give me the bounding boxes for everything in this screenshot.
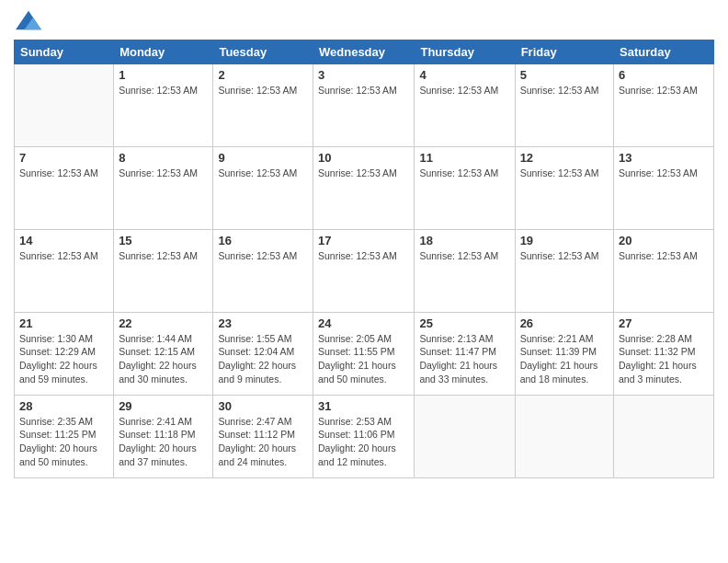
day-number: 4 bbox=[419, 68, 509, 82]
logo-icon bbox=[16, 9, 41, 31]
day-info: Sunrise: 2:05 AM Sunset: 11:55 PM Daylig… bbox=[318, 332, 409, 386]
day-info: Sunrise: 1:30 AM Sunset: 12:29 AM Daylig… bbox=[19, 332, 108, 386]
day-info: Sunrise: 12:53 AM bbox=[619, 167, 709, 180]
calendar-cell: 12Sunrise: 12:53 AM bbox=[515, 146, 613, 229]
day-info: Sunrise: 12:53 AM bbox=[318, 84, 409, 98]
day-info: Sunrise: 12:53 AM bbox=[419, 84, 509, 98]
day-number: 30 bbox=[218, 399, 308, 413]
day-number: 13 bbox=[619, 151, 709, 165]
calendar-cell: 29Sunrise: 2:41 AM Sunset: 11:18 PM Dayl… bbox=[114, 395, 213, 477]
day-info: Sunrise: 2:28 AM Sunset: 11:32 PM Daylig… bbox=[619, 332, 709, 386]
day-info: Sunrise: 12:53 AM bbox=[520, 249, 609, 263]
day-info: Sunrise: 12:53 AM bbox=[119, 249, 208, 263]
calendar-cell: 30Sunrise: 2:47 AM Sunset: 11:12 PM Dayl… bbox=[213, 395, 313, 477]
calendar-cell: 7Sunrise: 12:53 AM bbox=[15, 146, 114, 229]
calendar-cell: 31Sunrise: 2:53 AM Sunset: 11:06 PM Dayl… bbox=[313, 395, 415, 477]
day-info: Sunrise: 12:53 AM bbox=[119, 84, 208, 98]
calendar-cell bbox=[415, 395, 515, 477]
day-number: 10 bbox=[318, 151, 409, 165]
column-header-sunday: Sunday bbox=[15, 40, 114, 63]
day-number: 25 bbox=[419, 316, 509, 330]
day-info: Sunrise: 12:53 AM bbox=[318, 167, 409, 180]
day-number: 11 bbox=[419, 151, 509, 165]
day-number: 28 bbox=[19, 399, 108, 413]
day-info: Sunrise: 12:53 AM bbox=[119, 167, 208, 180]
calendar-cell: 8Sunrise: 12:53 AM bbox=[114, 146, 213, 229]
column-header-saturday: Saturday bbox=[614, 40, 714, 63]
calendar-cell: 14Sunrise: 12:53 AM bbox=[15, 229, 114, 312]
day-number: 16 bbox=[218, 234, 308, 247]
column-header-monday: Monday bbox=[114, 40, 213, 63]
day-number: 20 bbox=[619, 234, 709, 247]
calendar-cell: 26Sunrise: 2:21 AM Sunset: 11:39 PM Dayl… bbox=[515, 312, 613, 395]
calendar-cell bbox=[614, 395, 714, 477]
calendar-cell: 11Sunrise: 12:53 AM bbox=[415, 146, 515, 229]
calendar-cell: 1Sunrise: 12:53 AM bbox=[114, 63, 213, 146]
calendar-cell: 16Sunrise: 12:53 AM bbox=[213, 229, 313, 312]
day-info: Sunrise: 12:53 AM bbox=[218, 84, 308, 98]
calendar-cell: 13Sunrise: 12:53 AM bbox=[614, 146, 714, 229]
day-number: 9 bbox=[218, 151, 308, 165]
calendar-cell: 2Sunrise: 12:53 AM bbox=[213, 63, 313, 146]
day-info: Sunrise: 12:53 AM bbox=[419, 167, 509, 180]
calendar-cell: 19Sunrise: 12:53 AM bbox=[515, 229, 613, 312]
day-info: Sunrise: 2:41 AM Sunset: 11:18 PM Daylig… bbox=[119, 415, 208, 469]
calendar-cell: 6Sunrise: 12:53 AM bbox=[614, 63, 714, 146]
calendar-cell: 24Sunrise: 2:05 AM Sunset: 11:55 PM Dayl… bbox=[313, 312, 415, 395]
calendar-cell: 17Sunrise: 12:53 AM bbox=[313, 229, 415, 312]
calendar-cell: 15Sunrise: 12:53 AM bbox=[114, 229, 213, 312]
day-info: Sunrise: 2:47 AM Sunset: 11:12 PM Daylig… bbox=[218, 415, 308, 469]
calendar-cell: 25Sunrise: 2:13 AM Sunset: 11:47 PM Dayl… bbox=[415, 312, 515, 395]
day-info: Sunrise: 1:55 AM Sunset: 12:04 AM Daylig… bbox=[218, 332, 308, 386]
calendar-cell: 3Sunrise: 12:53 AM bbox=[313, 63, 415, 146]
day-info: Sunrise: 12:53 AM bbox=[218, 249, 308, 263]
day-info: Sunrise: 12:53 AM bbox=[520, 167, 609, 180]
calendar-cell: 4Sunrise: 12:53 AM bbox=[415, 63, 515, 146]
day-number: 6 bbox=[619, 68, 709, 82]
logo bbox=[14, 13, 41, 36]
calendar-cell: 21Sunrise: 1:30 AM Sunset: 12:29 AM Dayl… bbox=[15, 312, 114, 395]
calendar-cell: 27Sunrise: 2:28 AM Sunset: 11:32 PM Dayl… bbox=[614, 312, 714, 395]
day-info: Sunrise: 12:53 AM bbox=[218, 167, 308, 180]
day-number: 7 bbox=[19, 151, 108, 165]
day-number: 29 bbox=[119, 399, 208, 413]
day-info: Sunrise: 12:53 AM bbox=[318, 249, 409, 263]
day-number: 12 bbox=[520, 151, 609, 165]
calendar-table: SundayMondayTuesdayWednesdayThursdayFrid… bbox=[14, 40, 714, 478]
day-number: 24 bbox=[318, 316, 409, 330]
column-header-wednesday: Wednesday bbox=[313, 40, 415, 63]
calendar-cell: 5Sunrise: 12:53 AM bbox=[515, 63, 613, 146]
day-number: 18 bbox=[419, 234, 509, 247]
day-info: Sunrise: 2:21 AM Sunset: 11:39 PM Daylig… bbox=[520, 332, 609, 386]
calendar-cell: 28Sunrise: 2:35 AM Sunset: 11:25 PM Dayl… bbox=[15, 395, 114, 477]
day-number: 17 bbox=[318, 234, 409, 247]
calendar-cell: 23Sunrise: 1:55 AM Sunset: 12:04 AM Dayl… bbox=[213, 312, 313, 395]
day-number: 22 bbox=[119, 316, 208, 330]
day-number: 15 bbox=[119, 234, 208, 247]
day-number: 14 bbox=[19, 234, 108, 247]
day-info: Sunrise: 12:53 AM bbox=[520, 84, 609, 98]
calendar-cell: 9Sunrise: 12:53 AM bbox=[213, 146, 313, 229]
day-info: Sunrise: 12:53 AM bbox=[419, 249, 509, 263]
calendar-cell: 22Sunrise: 1:44 AM Sunset: 12:15 AM Dayl… bbox=[114, 312, 213, 395]
day-number: 1 bbox=[119, 68, 208, 82]
day-number: 19 bbox=[520, 234, 609, 247]
day-info: Sunrise: 1:44 AM Sunset: 12:15 AM Daylig… bbox=[119, 332, 208, 386]
day-info: Sunrise: 2:13 AM Sunset: 11:47 PM Daylig… bbox=[419, 332, 509, 386]
day-info: Sunrise: 12:53 AM bbox=[19, 249, 108, 263]
day-number: 21 bbox=[19, 316, 108, 330]
day-number: 31 bbox=[318, 399, 409, 413]
column-header-tuesday: Tuesday bbox=[213, 40, 313, 63]
calendar-cell bbox=[15, 63, 114, 146]
calendar-cell bbox=[515, 395, 613, 477]
column-header-thursday: Thursday bbox=[415, 40, 515, 63]
day-info: Sunrise: 12:53 AM bbox=[619, 84, 709, 98]
day-number: 5 bbox=[520, 68, 609, 82]
calendar-cell: 10Sunrise: 12:53 AM bbox=[313, 146, 415, 229]
day-number: 27 bbox=[619, 316, 709, 330]
day-info: Sunrise: 2:53 AM Sunset: 11:06 PM Daylig… bbox=[318, 415, 409, 469]
day-info: Sunrise: 2:35 AM Sunset: 11:25 PM Daylig… bbox=[19, 415, 108, 469]
calendar-cell: 18Sunrise: 12:53 AM bbox=[415, 229, 515, 312]
column-header-friday: Friday bbox=[515, 40, 613, 63]
day-number: 8 bbox=[119, 151, 208, 165]
